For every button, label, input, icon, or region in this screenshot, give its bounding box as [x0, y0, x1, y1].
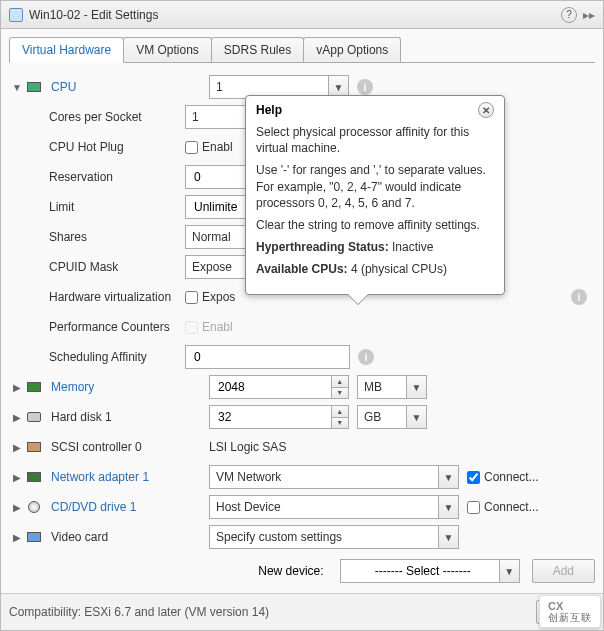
help-popover: Help ✕ Select physical processor affinit…: [245, 95, 505, 295]
label-performance-counters: Performance Counters: [25, 320, 185, 334]
network-select[interactable]: VM Network ▼: [209, 465, 459, 489]
footer: Compatibility: ESXi 6.7 and later (VM ve…: [1, 593, 603, 630]
tab-bar: Virtual Hardware VM Options SDRS Rules v…: [1, 29, 603, 63]
spinner[interactable]: ▲▼: [331, 406, 348, 428]
label-cores-per-socket: Cores per Socket: [25, 110, 185, 124]
cd-icon: [25, 500, 43, 514]
video-card-select[interactable]: Specify custom settings ▼: [209, 525, 459, 549]
disk-value[interactable]: [216, 406, 331, 428]
expand-video[interactable]: ▶: [9, 532, 25, 543]
checkbox-label: Enabl: [202, 320, 233, 334]
label-hard-disk-1: Hard disk 1: [49, 410, 209, 424]
row-network-adapter-1: ▶ Network adapter 1 VM Network ▼ Connect…: [9, 462, 595, 492]
help-available-cpus: Available CPUs: 4 (physical CPUs): [256, 261, 494, 277]
scheduling-affinity-value[interactable]: [192, 346, 343, 368]
disk-size-input[interactable]: ▲▼: [209, 405, 349, 429]
new-device-row: New device: ------- Select ------- ▼ Add: [1, 553, 603, 593]
watermark: CX 创新互联: [539, 595, 601, 628]
cddvd-connect-checkbox[interactable]: Connect...: [467, 500, 539, 514]
network-connect-checkbox[interactable]: Connect...: [467, 470, 539, 484]
label-video-card: Video card: [49, 530, 209, 544]
chevron-down-icon[interactable]: ▼: [438, 466, 458, 488]
label-cpuid-mask: CPUID Mask: [25, 260, 185, 274]
cpu-hot-plug-checkbox[interactable]: Enabl: [185, 140, 233, 154]
tab-label: VM Options: [136, 43, 199, 57]
expand-network[interactable]: ▶: [9, 472, 25, 483]
tab-vapp-options[interactable]: vApp Options: [303, 37, 401, 63]
add-device-button: Add: [532, 559, 595, 583]
checkbox-label: Enabl: [202, 140, 233, 154]
row-hard-disk-1: ▶ Hard disk 1 ▲▼ GB ▼: [9, 402, 595, 432]
checkbox-label: Connect...: [484, 500, 539, 514]
row-performance-counters: ▶ Performance Counters Enabl: [9, 312, 595, 342]
chevron-down-icon[interactable]: ▼: [406, 376, 426, 398]
label-new-device: New device:: [258, 564, 323, 578]
row-memory: ▶ Memory ▲▼ MB ▼: [9, 372, 595, 402]
help-text: Select physical processor affinity for t…: [256, 124, 494, 156]
label-cpu-hot-plug: CPU Hot Plug: [25, 140, 185, 154]
label-scheduling-affinity: Scheduling Affinity: [25, 350, 185, 364]
memory-icon: [25, 380, 43, 394]
vm-icon: [9, 8, 23, 22]
tab-virtual-hardware[interactable]: Virtual Hardware: [9, 37, 124, 63]
label-limit: Limit: [25, 200, 185, 214]
info-icon[interactable]: i: [571, 289, 587, 305]
memory-unit: MB: [364, 380, 406, 394]
label-memory[interactable]: Memory: [49, 380, 209, 394]
expand-button[interactable]: ▸▸: [583, 8, 595, 22]
cpu-count-value: 1: [216, 80, 328, 94]
new-device-select[interactable]: ------- Select ------- ▼: [340, 559, 520, 583]
network-value: VM Network: [216, 470, 438, 484]
info-icon[interactable]: i: [357, 79, 373, 95]
label-shares: Shares: [25, 230, 185, 244]
expand-cddvd[interactable]: ▶: [9, 502, 25, 513]
help-ht-status: Hyperthreading Status: Inactive: [256, 239, 494, 255]
titlebar: Win10-02 - Edit Settings ? ▸▸: [1, 1, 603, 29]
expand-hard-disk[interactable]: ▶: [9, 412, 25, 423]
help-button[interactable]: ?: [561, 7, 577, 23]
chevron-down-icon[interactable]: ▼: [438, 496, 458, 518]
row-scheduling-affinity: ▶ Scheduling Affinity i: [9, 342, 595, 372]
tab-label: Virtual Hardware: [22, 43, 111, 57]
tab-label: vApp Options: [316, 43, 388, 57]
new-device-placeholder: ------- Select -------: [347, 564, 499, 578]
expand-scsi[interactable]: ▶: [9, 442, 25, 453]
label-scsi-controller-0: SCSI controller 0: [49, 440, 209, 454]
expand-memory[interactable]: ▶: [9, 382, 25, 393]
help-title: Help: [256, 103, 282, 117]
collapse-cpu[interactable]: ▼: [9, 82, 25, 93]
tab-sdrs-rules[interactable]: SDRS Rules: [211, 37, 304, 63]
disk-unit-select[interactable]: GB ▼: [357, 405, 427, 429]
checkbox-label: Connect...: [484, 470, 539, 484]
memory-unit-select[interactable]: MB ▼: [357, 375, 427, 399]
row-scsi-controller-0: ▶ SCSI controller 0 LSI Logic SAS: [9, 432, 595, 462]
close-icon[interactable]: ✕: [478, 102, 494, 118]
label-network-adapter-1[interactable]: Network adapter 1: [49, 470, 209, 484]
cpu-icon: [25, 80, 43, 94]
info-icon[interactable]: i: [358, 349, 374, 365]
label-cd-dvd-drive-1[interactable]: CD/DVD drive 1: [49, 500, 209, 514]
tab-label: SDRS Rules: [224, 43, 291, 57]
performance-counters-checkbox: Enabl: [185, 320, 233, 334]
scheduling-affinity-input[interactable]: [185, 345, 350, 369]
row-video-card: ▶ Video card Specify custom settings ▼: [9, 522, 595, 552]
cddvd-value: Host Device: [216, 500, 438, 514]
chevron-down-icon[interactable]: ▼: [438, 526, 458, 548]
tab-vm-options[interactable]: VM Options: [123, 37, 212, 63]
chevron-down-icon[interactable]: ▼: [499, 560, 519, 582]
scsi-type-value: LSI Logic SAS: [209, 440, 286, 454]
disk-unit: GB: [364, 410, 406, 424]
window-title: Win10-02 - Edit Settings: [29, 8, 158, 22]
chevron-down-icon[interactable]: ▼: [406, 406, 426, 428]
watermark-bottom: 创新互联: [548, 612, 592, 623]
watermark-top: CX: [548, 600, 563, 612]
spinner[interactable]: ▲▼: [331, 376, 348, 398]
label-cpu[interactable]: CPU: [49, 80, 209, 94]
row-cd-dvd-drive-1: ▶ CD/DVD drive 1 Host Device ▼ Connect..…: [9, 492, 595, 522]
memory-value[interactable]: [216, 376, 331, 398]
video-icon: [25, 530, 43, 544]
edit-settings-dialog: Win10-02 - Edit Settings ? ▸▸ Virtual Ha…: [0, 0, 604, 631]
hardware-virtualization-checkbox[interactable]: Expos: [185, 290, 235, 304]
cddvd-select[interactable]: Host Device ▼: [209, 495, 459, 519]
memory-input[interactable]: ▲▼: [209, 375, 349, 399]
